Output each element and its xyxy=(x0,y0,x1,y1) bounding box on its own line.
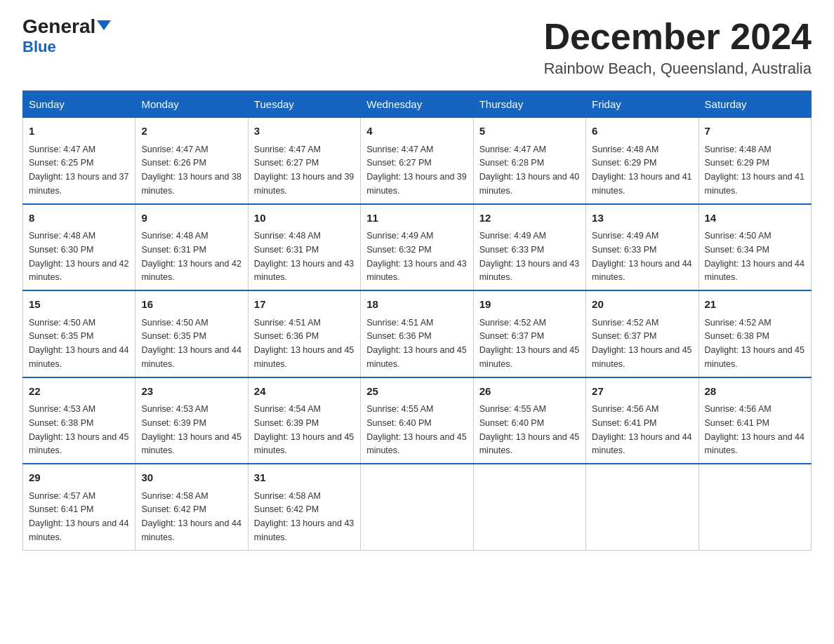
calendar-cell: 31 Sunrise: 4:58 AMSunset: 6:42 PMDaylig… xyxy=(248,464,360,550)
calendar-cell: 22 Sunrise: 4:53 AMSunset: 6:38 PMDaylig… xyxy=(23,377,135,464)
calendar-cell: 14 Sunrise: 4:50 AMSunset: 6:34 PMDaylig… xyxy=(699,204,811,291)
day-number: 29 xyxy=(29,470,129,486)
day-number: 9 xyxy=(141,210,241,227)
calendar-cell: 24 Sunrise: 4:54 AMSunset: 6:39 PMDaylig… xyxy=(248,377,360,464)
day-info: Sunrise: 4:47 AMSunset: 6:28 PMDaylight:… xyxy=(479,145,579,196)
day-info: Sunrise: 4:52 AMSunset: 6:38 PMDaylight:… xyxy=(705,318,805,369)
calendar-cell: 6 Sunrise: 4:48 AMSunset: 6:29 PMDayligh… xyxy=(586,118,699,204)
day-number: 31 xyxy=(254,470,355,486)
column-header-monday: Monday xyxy=(135,91,248,118)
calendar-cell xyxy=(473,464,585,550)
day-info: Sunrise: 4:47 AMSunset: 6:27 PMDaylight:… xyxy=(366,145,466,196)
day-info: Sunrise: 4:48 AMSunset: 6:30 PMDaylight:… xyxy=(29,231,128,282)
calendar-cell: 2 Sunrise: 4:47 AMSunset: 6:26 PMDayligh… xyxy=(135,118,248,204)
column-header-thursday: Thursday xyxy=(473,91,585,118)
logo-triangle-icon xyxy=(97,20,111,30)
day-info: Sunrise: 4:56 AMSunset: 6:41 PMDaylight:… xyxy=(705,404,805,455)
day-info: Sunrise: 4:47 AMSunset: 6:26 PMDaylight:… xyxy=(141,145,241,196)
day-number: 1 xyxy=(29,123,129,140)
day-info: Sunrise: 4:48 AMSunset: 6:31 PMDaylight:… xyxy=(254,231,354,282)
day-number: 27 xyxy=(592,384,692,400)
calendar-week-row: 8 Sunrise: 4:48 AMSunset: 6:30 PMDayligh… xyxy=(23,204,812,291)
day-info: Sunrise: 4:50 AMSunset: 6:34 PMDaylight:… xyxy=(705,231,805,282)
day-info: Sunrise: 4:48 AMSunset: 6:31 PMDaylight:… xyxy=(141,231,241,282)
calendar-cell: 13 Sunrise: 4:49 AMSunset: 6:33 PMDaylig… xyxy=(586,204,699,291)
day-info: Sunrise: 4:51 AMSunset: 6:36 PMDaylight:… xyxy=(366,318,466,369)
day-number: 18 xyxy=(366,297,467,313)
calendar-cell: 19 Sunrise: 4:52 AMSunset: 6:37 PMDaylig… xyxy=(473,290,585,377)
day-number: 13 xyxy=(592,210,692,227)
day-number: 14 xyxy=(705,210,805,227)
calendar-cell: 9 Sunrise: 4:48 AMSunset: 6:31 PMDayligh… xyxy=(135,204,248,291)
column-header-tuesday: Tuesday xyxy=(248,91,360,118)
day-info: Sunrise: 4:49 AMSunset: 6:32 PMDaylight:… xyxy=(366,231,466,282)
calendar-cell xyxy=(361,464,473,550)
day-number: 4 xyxy=(366,123,467,140)
day-number: 19 xyxy=(479,297,580,313)
day-number: 30 xyxy=(141,470,241,486)
day-number: 15 xyxy=(29,297,129,313)
day-number: 24 xyxy=(254,384,355,400)
logo-name: General xyxy=(22,17,111,36)
day-number: 5 xyxy=(479,123,580,140)
calendar-cell: 25 Sunrise: 4:55 AMSunset: 6:40 PMDaylig… xyxy=(361,377,473,464)
day-info: Sunrise: 4:57 AMSunset: 6:41 PMDaylight:… xyxy=(29,491,128,542)
location-title: Rainbow Beach, Queensland, Australia xyxy=(543,60,812,78)
calendar-cell: 21 Sunrise: 4:52 AMSunset: 6:38 PMDaylig… xyxy=(699,290,811,377)
day-number: 22 xyxy=(29,384,129,400)
day-info: Sunrise: 4:50 AMSunset: 6:35 PMDaylight:… xyxy=(29,318,128,369)
day-info: Sunrise: 4:55 AMSunset: 6:40 PMDaylight:… xyxy=(366,404,466,455)
day-info: Sunrise: 4:50 AMSunset: 6:35 PMDaylight:… xyxy=(141,318,241,369)
logo-subtitle: Blue xyxy=(22,38,56,56)
day-info: Sunrise: 4:52 AMSunset: 6:37 PMDaylight:… xyxy=(592,318,691,369)
calendar-week-row: 29 Sunrise: 4:57 AMSunset: 6:41 PMDaylig… xyxy=(23,464,812,550)
calendar-cell: 5 Sunrise: 4:47 AMSunset: 6:28 PMDayligh… xyxy=(473,118,585,204)
calendar-cell: 12 Sunrise: 4:49 AMSunset: 6:33 PMDaylig… xyxy=(473,204,585,291)
calendar-cell: 11 Sunrise: 4:49 AMSunset: 6:32 PMDaylig… xyxy=(361,204,473,291)
day-info: Sunrise: 4:49 AMSunset: 6:33 PMDaylight:… xyxy=(479,231,579,282)
day-info: Sunrise: 4:58 AMSunset: 6:42 PMDaylight:… xyxy=(254,491,354,542)
title-block: December 2024 Rainbow Beach, Queensland,… xyxy=(543,17,812,78)
day-number: 20 xyxy=(592,297,692,313)
calendar-cell: 30 Sunrise: 4:58 AMSunset: 6:42 PMDaylig… xyxy=(135,464,248,550)
day-number: 23 xyxy=(141,384,241,400)
day-number: 26 xyxy=(479,384,580,400)
calendar-cell: 10 Sunrise: 4:48 AMSunset: 6:31 PMDaylig… xyxy=(248,204,360,291)
day-number: 28 xyxy=(705,384,805,400)
calendar-cell: 29 Sunrise: 4:57 AMSunset: 6:41 PMDaylig… xyxy=(23,464,135,550)
day-info: Sunrise: 4:52 AMSunset: 6:37 PMDaylight:… xyxy=(479,318,579,369)
day-info: Sunrise: 4:54 AMSunset: 6:39 PMDaylight:… xyxy=(254,404,354,455)
day-number: 21 xyxy=(705,297,805,313)
calendar-table: SundayMondayTuesdayWednesdayThursdayFrid… xyxy=(22,90,812,551)
day-info: Sunrise: 4:56 AMSunset: 6:41 PMDaylight:… xyxy=(592,404,691,455)
day-info: Sunrise: 4:51 AMSunset: 6:36 PMDaylight:… xyxy=(254,318,354,369)
day-info: Sunrise: 4:53 AMSunset: 6:38 PMDaylight:… xyxy=(29,404,128,455)
day-info: Sunrise: 4:49 AMSunset: 6:33 PMDaylight:… xyxy=(592,231,691,282)
calendar-cell: 28 Sunrise: 4:56 AMSunset: 6:41 PMDaylig… xyxy=(699,377,811,464)
calendar-cell: 20 Sunrise: 4:52 AMSunset: 6:37 PMDaylig… xyxy=(586,290,699,377)
day-info: Sunrise: 4:48 AMSunset: 6:29 PMDaylight:… xyxy=(592,145,691,196)
logo: General Blue xyxy=(22,17,111,56)
day-number: 16 xyxy=(141,297,241,313)
calendar-cell: 27 Sunrise: 4:56 AMSunset: 6:41 PMDaylig… xyxy=(586,377,699,464)
day-number: 2 xyxy=(141,123,241,140)
day-info: Sunrise: 4:55 AMSunset: 6:40 PMDaylight:… xyxy=(479,404,579,455)
calendar-week-row: 22 Sunrise: 4:53 AMSunset: 6:38 PMDaylig… xyxy=(23,377,812,464)
calendar-cell: 16 Sunrise: 4:50 AMSunset: 6:35 PMDaylig… xyxy=(135,290,248,377)
day-number: 11 xyxy=(366,210,467,227)
day-info: Sunrise: 4:48 AMSunset: 6:29 PMDaylight:… xyxy=(705,145,805,196)
day-number: 12 xyxy=(479,210,580,227)
column-header-saturday: Saturday xyxy=(699,91,811,118)
day-number: 7 xyxy=(705,123,805,140)
calendar-cell: 1 Sunrise: 4:47 AMSunset: 6:25 PMDayligh… xyxy=(23,118,135,204)
calendar-cell xyxy=(699,464,811,550)
calendar-week-row: 15 Sunrise: 4:50 AMSunset: 6:35 PMDaylig… xyxy=(23,290,812,377)
day-number: 6 xyxy=(592,123,692,140)
calendar-cell: 7 Sunrise: 4:48 AMSunset: 6:29 PMDayligh… xyxy=(699,118,811,204)
day-info: Sunrise: 4:47 AMSunset: 6:25 PMDaylight:… xyxy=(29,145,128,196)
calendar-cell: 23 Sunrise: 4:53 AMSunset: 6:39 PMDaylig… xyxy=(135,377,248,464)
column-header-friday: Friday xyxy=(586,91,699,118)
month-title: December 2024 xyxy=(543,17,812,57)
calendar-cell: 18 Sunrise: 4:51 AMSunset: 6:36 PMDaylig… xyxy=(361,290,473,377)
calendar-cell xyxy=(586,464,699,550)
